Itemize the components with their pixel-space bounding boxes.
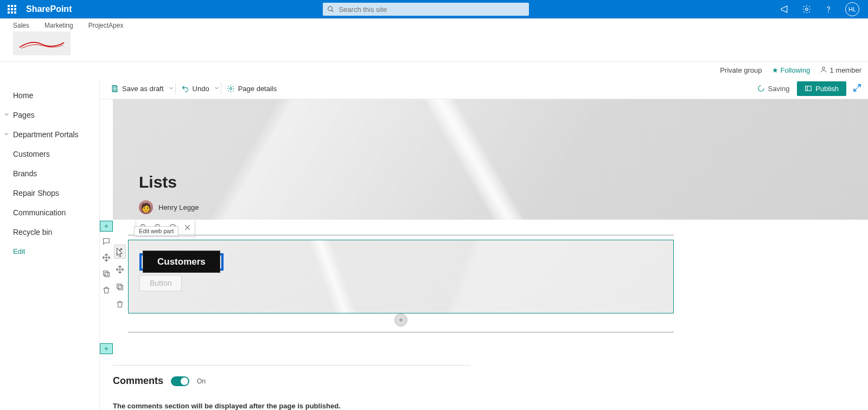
search-box[interactable] (323, 3, 529, 16)
nav-customers[interactable]: Customers (0, 144, 99, 164)
svg-point-0 (328, 7, 333, 11)
help-icon[interactable] (824, 4, 833, 14)
svg-line-1 (331, 10, 333, 12)
svg-line-11 (854, 88, 857, 91)
page-title[interactable]: Lists (139, 173, 177, 191)
person-icon (820, 66, 827, 75)
brand-label[interactable]: SharePoint (26, 4, 72, 14)
members-label: 1 member (829, 66, 861, 74)
user-avatar[interactable]: HL (845, 2, 859, 16)
comments-note: The comments section will be displayed a… (113, 402, 471, 410)
svg-point-7 (229, 87, 232, 89)
section[interactable]: Edit web part Customers (128, 235, 674, 320)
follow-button[interactable]: ★ Following (772, 66, 810, 74)
move-webpart-icon[interactable] (116, 265, 124, 276)
nav-dept-label: Department Portals (13, 130, 79, 139)
nav-department-portals[interactable]: Department Portals (0, 125, 99, 144)
nav-edit-link[interactable]: Edit (0, 242, 99, 261)
undo-dropdown-icon[interactable] (214, 85, 220, 93)
saving-label: Saving (768, 85, 790, 93)
add-webpart-button[interactable] (394, 313, 407, 326)
left-nav: Home Pages Department Portals Customers … (0, 78, 100, 410)
chevron-down-icon (3, 111, 10, 119)
expand-icon[interactable] (853, 84, 861, 94)
gear-icon[interactable] (802, 4, 812, 14)
save-icon (111, 85, 119, 93)
gear-small-icon (227, 85, 235, 93)
svg-rect-6 (113, 89, 116, 91)
site-logo[interactable] (13, 31, 71, 55)
undo-button[interactable]: Undo (177, 85, 214, 93)
edit-webpart-icon[interactable] (114, 245, 126, 259)
duplicate-webpart-icon[interactable] (116, 283, 124, 293)
megaphone-icon[interactable] (780, 4, 790, 14)
chevron-down-icon (3, 130, 10, 139)
customers-button[interactable]: Customers (143, 251, 220, 273)
nav-communication[interactable]: Communication (0, 203, 99, 222)
saving-status: Saving (757, 85, 790, 93)
svg-rect-14 (105, 272, 109, 277)
nav-pages[interactable]: Pages (0, 105, 99, 125)
author-row: 🧑 Henry Legge (139, 200, 199, 214)
group-privacy-label: Private group (720, 66, 762, 74)
publish-button[interactable]: Publish (797, 81, 846, 96)
svg-rect-15 (104, 271, 108, 276)
search-input[interactable] (339, 5, 525, 14)
svg-point-4 (822, 67, 825, 69)
author-avatar[interactable]: 🧑 (139, 200, 153, 214)
section-delete-icon[interactable] (102, 286, 111, 297)
svg-rect-8 (806, 86, 812, 91)
section-copy-icon[interactable] (102, 270, 111, 280)
close-zoom-icon[interactable] (183, 223, 192, 234)
add-section-button-bottom[interactable] (100, 343, 113, 354)
svg-rect-30 (117, 284, 122, 289)
nav-home[interactable]: Home (0, 86, 99, 105)
spinner-icon (757, 85, 765, 92)
nav-repair-shops[interactable]: Repair Shops (0, 183, 99, 203)
svg-line-10 (858, 85, 860, 87)
site-status-bar: Private group ★ Following 1 member (0, 62, 868, 78)
save-dropdown-icon[interactable] (168, 85, 174, 93)
hub-link-marketing[interactable]: Marketing (44, 22, 73, 29)
comments-toggle[interactable] (171, 376, 189, 386)
members-button[interactable]: 1 member (820, 66, 861, 75)
svg-point-2 (806, 8, 808, 11)
undo-icon (181, 85, 189, 93)
delete-webpart-icon[interactable] (116, 300, 124, 311)
comments-block: Comments On The comments section will be… (113, 365, 471, 410)
selected-button-wrap: Customers (139, 253, 224, 271)
publish-icon (805, 85, 812, 92)
comments-title: Comments (113, 375, 163, 387)
section-comment-icon[interactable] (102, 237, 111, 248)
publish-label: Publish (815, 85, 839, 93)
following-label: Following (781, 66, 810, 74)
button-webpart[interactable]: Edit web part Customers (128, 240, 674, 313)
svg-rect-5 (113, 85, 116, 87)
undo-label: Undo (193, 85, 209, 93)
page-details-label: Page details (238, 85, 277, 93)
hub-area: Sales Marketing ProjectApex (0, 18, 868, 62)
search-icon (327, 5, 334, 13)
section-move-icon[interactable] (102, 253, 111, 264)
hub-link-projectapex[interactable]: ProjectApex (88, 22, 124, 29)
app-launcher-icon[interactable] (4, 2, 20, 17)
svg-rect-29 (118, 285, 123, 290)
nav-brands[interactable]: Brands (0, 164, 99, 183)
suite-bar: SharePoint HL (0, 0, 868, 18)
command-bar: Save as draft Undo Page details Saving P… (100, 78, 868, 99)
add-section-button-top[interactable] (100, 221, 113, 232)
hub-links: Sales Marketing ProjectApex (13, 18, 868, 29)
svg-point-3 (828, 12, 829, 12)
save-draft-label: Save as draft (122, 85, 164, 93)
nav-pages-label: Pages (13, 111, 35, 119)
edit-webpart-tooltip: Edit web part (134, 226, 178, 236)
page-details-button[interactable]: Page details (222, 85, 282, 93)
nav-recycle-bin[interactable]: Recycle bin (0, 222, 99, 242)
comments-toggle-label: On (197, 377, 206, 385)
hub-link-sales[interactable]: Sales (13, 22, 29, 29)
save-as-draft-button[interactable]: Save as draft (106, 85, 168, 93)
placeholder-button[interactable]: Button (139, 275, 182, 291)
webpart-toolbar (112, 241, 127, 314)
author-name[interactable]: Henry Legge (158, 203, 199, 212)
page-hero[interactable]: Lists 🧑 Henry Legge (113, 99, 868, 220)
